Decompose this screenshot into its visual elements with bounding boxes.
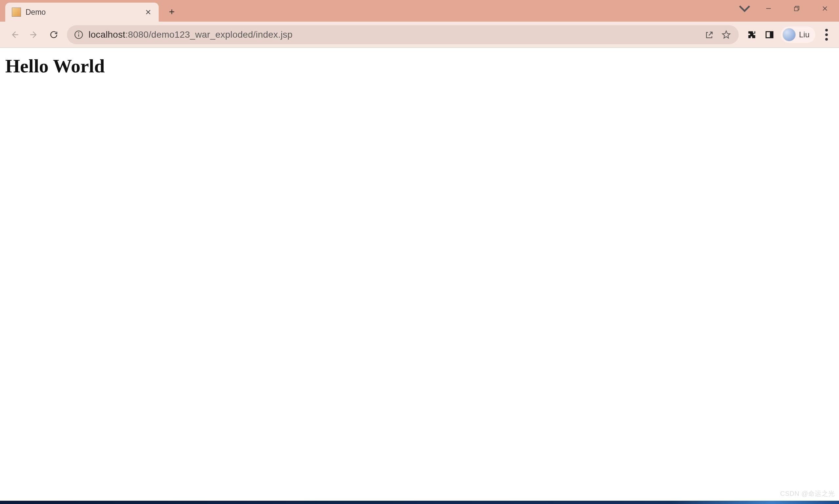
close-tab-button[interactable] — [143, 7, 153, 17]
svg-point-3 — [78, 32, 79, 33]
bookmark-button[interactable] — [718, 27, 734, 42]
reload-icon — [49, 30, 58, 39]
close-window-button[interactable] — [811, 0, 839, 17]
svg-rect-5 — [770, 32, 773, 38]
star-icon — [722, 30, 731, 39]
address-bar[interactable]: localhost:8080/demo123_war_exploded/inde… — [67, 25, 739, 44]
profile-button[interactable]: Liu — [781, 26, 816, 43]
share-icon — [705, 30, 714, 39]
minimize-button[interactable] — [754, 0, 783, 17]
panel-icon — [765, 30, 774, 39]
side-panel-button[interactable] — [761, 27, 777, 42]
arrow-left-icon — [10, 30, 19, 39]
tab-search-button[interactable] — [735, 0, 754, 17]
toolbar-right: Liu — [744, 26, 834, 43]
extensions-button[interactable] — [744, 27, 760, 42]
forward-button[interactable] — [25, 26, 42, 43]
share-button[interactable] — [701, 27, 717, 42]
reload-button[interactable] — [45, 26, 62, 43]
chevron-down-icon — [735, 0, 754, 18]
site-info-button[interactable] — [74, 30, 83, 39]
svg-rect-1 — [794, 7, 798, 11]
close-icon — [145, 10, 151, 15]
page-heading: Hello World — [5, 55, 834, 77]
url-path: :8080/demo123_war_exploded/index.jsp — [125, 30, 292, 40]
kebab-icon — [819, 27, 834, 42]
arrow-right-icon — [30, 30, 39, 39]
minimize-icon — [766, 5, 771, 12]
new-tab-button[interactable] — [164, 4, 180, 20]
watermark: CSDN @命运之光 — [780, 489, 835, 498]
url-text: localhost:8080/demo123_war_exploded/inde… — [88, 30, 701, 40]
url-host: localhost — [88, 30, 125, 40]
toolbar: localhost:8080/demo123_war_exploded/inde… — [0, 22, 839, 48]
restore-icon — [794, 5, 800, 12]
avatar-icon — [783, 28, 796, 41]
browser-tab[interactable]: Demo — [5, 3, 159, 22]
back-button[interactable] — [6, 26, 23, 43]
tab-title: Demo — [25, 8, 143, 17]
svg-point-8 — [825, 38, 828, 41]
page-content: Hello World — [0, 48, 839, 84]
plus-icon — [168, 8, 175, 15]
window-controls — [735, 0, 839, 17]
puzzle-icon — [747, 30, 756, 39]
svg-point-6 — [825, 29, 828, 32]
favicon-icon — [12, 7, 21, 17]
tab-strip: Demo — [0, 0, 839, 22]
profile-name: Liu — [799, 30, 809, 39]
menu-button[interactable] — [819, 27, 834, 42]
maximize-button[interactable] — [783, 0, 811, 17]
taskbar-edge — [0, 501, 839, 504]
svg-point-7 — [825, 33, 828, 36]
close-icon — [822, 5, 828, 12]
info-icon — [74, 30, 83, 39]
